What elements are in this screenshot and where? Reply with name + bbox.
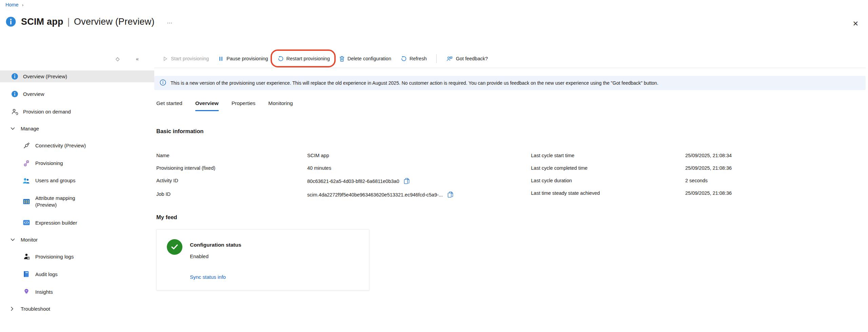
- info-value: 25/09/2025, 21:08:36: [685, 190, 732, 196]
- sidebar-item-overview[interactable]: Overview: [0, 88, 154, 100]
- chevron-right-icon: [11, 307, 15, 311]
- sidebar-item-provisioning[interactable]: Provisioning: [0, 157, 154, 169]
- sidebar-item-connectivity-preview[interactable]: Connectivity (Preview): [0, 140, 154, 151]
- copy-icon[interactable]: [404, 178, 410, 184]
- lightbulb-icon: [23, 288, 30, 295]
- sync-status-info-link[interactable]: Sync status info: [190, 274, 241, 280]
- sidebar-item-audit-logs[interactable]: Audit logs: [0, 268, 154, 280]
- configuration-status-card: Configuration status Enabled Sync status…: [156, 229, 369, 290]
- info-label: Last time steady state achieved: [531, 190, 685, 196]
- delete-icon: [339, 56, 344, 62]
- info-value: 80c63621-62a5-4d03-bf82-6a6811e0b3a0: [307, 178, 531, 184]
- copy-icon[interactable]: [448, 191, 453, 198]
- logs-person-icon: [23, 253, 30, 260]
- resize-handle-icon[interactable]: ◇: [116, 56, 120, 62]
- refresh-icon: [401, 56, 407, 62]
- breadcrumb-home-link[interactable]: Home: [5, 2, 19, 7]
- pause-provisioning-button[interactable]: Pause provisioning: [215, 54, 272, 63]
- banner-text: This is a new version of the provisionin…: [171, 80, 658, 86]
- sidebar-nav: Overview (Preview) Overview Provision on…: [0, 70, 154, 320]
- info-label: Last cycle completed time: [531, 165, 685, 171]
- sidebar-group-troubleshoot[interactable]: Troubleshoot: [0, 304, 154, 314]
- users-icon: [23, 177, 30, 184]
- basic-information-title: Basic information: [156, 128, 866, 134]
- play-icon: [163, 56, 168, 61]
- tab-get-started[interactable]: Get started: [156, 100, 182, 111]
- table-icon: [23, 198, 30, 205]
- chevron-down-icon: [11, 238, 15, 241]
- info-icon: [11, 73, 18, 80]
- chevron-down-icon: [11, 127, 15, 130]
- breadcrumb: Home ›: [5, 2, 23, 7]
- card-title: Configuration status: [190, 239, 241, 248]
- feedback-icon: [447, 56, 453, 61]
- refresh-button[interactable]: Refresh: [397, 54, 431, 64]
- main-content: This is a new version of the provisionin…: [154, 70, 866, 290]
- info-value: 2 seconds: [685, 178, 732, 183]
- info-label: Last cycle start time: [531, 153, 685, 158]
- command-bar: ◇ « Start provisioning Pause provisionin…: [0, 49, 868, 68]
- info-label: Activity ID: [156, 178, 307, 184]
- code-icon: [23, 219, 30, 226]
- provisioning-flow-icon: [23, 160, 30, 167]
- tab-bar: Get started Overview Properties Monitori…: [156, 100, 866, 111]
- sidebar-item-insights[interactable]: Insights: [0, 286, 154, 298]
- restart-provisioning-button[interactable]: Restart provisioning: [274, 54, 334, 64]
- info-label: Job ID: [156, 191, 307, 198]
- info-value: SCIM app: [307, 153, 531, 158]
- breadcrumb-chevron-icon: ›: [22, 2, 23, 7]
- tab-properties[interactable]: Properties: [232, 100, 256, 111]
- app-info-icon: [5, 16, 16, 27]
- restart-icon: [278, 56, 283, 62]
- got-feedback-button[interactable]: Got feedback?: [443, 54, 491, 63]
- person-sync-icon: [11, 108, 18, 115]
- info-label: Provisioning interval (fixed): [156, 165, 307, 171]
- sidebar-item-provision-on-demand[interactable]: Provision on demand: [0, 106, 154, 118]
- page-title: SCIM app | Overview (Preview): [21, 16, 155, 27]
- start-provisioning-button[interactable]: Start provisioning: [159, 54, 213, 63]
- success-check-icon: [167, 239, 182, 255]
- title-separator: |: [67, 16, 70, 27]
- collapse-sidebar-icon[interactable]: «: [136, 56, 139, 62]
- tab-overview[interactable]: Overview: [195, 100, 219, 111]
- sidebar-group-monitor[interactable]: Monitor: [0, 234, 154, 245]
- basic-information-grid: Name SCIM app Provisioning interval (fix…: [156, 153, 866, 198]
- info-label: Name: [156, 153, 307, 158]
- info-value: 25/09/2025, 21:08:36: [685, 165, 732, 171]
- toolbar-divider: [436, 54, 437, 63]
- sidebar-item-expression-builder[interactable]: Expression builder: [0, 217, 154, 229]
- tab-monitoring[interactable]: Monitoring: [268, 100, 293, 111]
- pause-icon: [218, 56, 223, 61]
- page-titlebar: SCIM app | Overview (Preview) …: [5, 16, 173, 27]
- my-feed-title: My feed: [156, 214, 866, 221]
- sidebar-item-provisioning-logs[interactable]: Provisioning logs: [0, 251, 154, 263]
- sidebar-item-users-and-groups[interactable]: Users and groups: [0, 175, 154, 187]
- book-icon: [23, 271, 30, 278]
- info-icon: [11, 90, 18, 98]
- info-banner: This is a new version of the provisionin…: [154, 76, 866, 90]
- info-label: Last cycle duration: [531, 178, 685, 183]
- banner-info-icon: [160, 79, 166, 87]
- info-value: scim.4da2272f9f5e40be963463620e513321.ec…: [307, 191, 531, 198]
- sidebar-controls: ◇ «: [0, 49, 154, 68]
- delete-configuration-button[interactable]: Delete configuration: [336, 54, 395, 64]
- plug-icon: [23, 142, 30, 149]
- sidebar-item-attribute-mapping-preview[interactable]: Attribute mapping (Preview): [0, 192, 154, 211]
- status-value: Enabled: [190, 253, 241, 259]
- close-icon[interactable]: ✕: [852, 20, 859, 28]
- sidebar-item-overview-preview[interactable]: Overview (Preview): [0, 70, 154, 82]
- info-value: 25/09/2025, 21:08:34: [685, 153, 732, 158]
- info-value: 40 minutes: [307, 165, 531, 171]
- toolbar-commands: Start provisioning Pause provisioning Re…: [154, 49, 866, 68]
- more-options-button[interactable]: …: [167, 18, 173, 25]
- sidebar-group-manage[interactable]: Manage: [0, 123, 154, 134]
